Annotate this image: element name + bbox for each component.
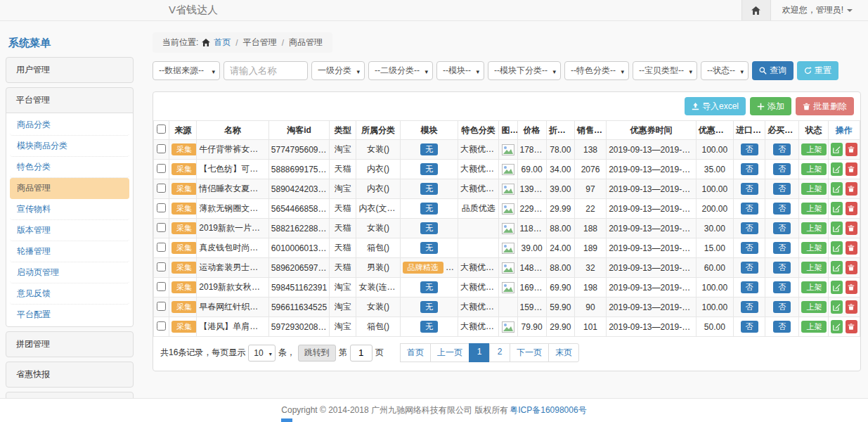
page-button[interactable]: 首页 bbox=[400, 343, 431, 362]
filter-select[interactable]: --模块下分类-- ▾ bbox=[488, 61, 561, 80]
edit-button[interactable] bbox=[831, 241, 843, 255]
row-checkbox[interactable] bbox=[157, 302, 166, 311]
must-buy-badge[interactable]: 否 bbox=[773, 143, 791, 155]
delete-button[interactable] bbox=[846, 162, 857, 176]
sidebar-item[interactable]: 省惠快报 bbox=[6, 362, 134, 388]
submenu-item[interactable]: 模块商品分类 bbox=[10, 136, 129, 157]
import-select-badge[interactable]: 否 bbox=[741, 163, 758, 175]
edit-button[interactable] bbox=[831, 182, 843, 196]
page-button[interactable]: 末页 bbox=[548, 343, 579, 362]
row-checkbox[interactable] bbox=[157, 184, 166, 193]
row-checkbox[interactable] bbox=[157, 321, 166, 331]
submenu-item[interactable]: 宣传物料 bbox=[10, 199, 129, 220]
sidebar-item-platform-management[interactable]: 平台管理 bbox=[6, 88, 133, 113]
filter-select[interactable]: --二级分类-- ▾ bbox=[368, 61, 433, 80]
import-select-badge[interactable]: 否 bbox=[741, 183, 758, 195]
status-badge[interactable]: 上架 bbox=[801, 321, 827, 333]
jump-page-input[interactable] bbox=[350, 345, 373, 362]
import-excel-button[interactable]: 导入excel bbox=[685, 97, 746, 115]
page-button[interactable]: 2 bbox=[489, 343, 510, 362]
status-badge[interactable]: 上架 bbox=[801, 301, 827, 313]
must-buy-badge[interactable]: 否 bbox=[773, 183, 791, 195]
filter-select[interactable]: --宝贝类型-- ▾ bbox=[633, 61, 697, 80]
home-button[interactable] bbox=[741, 0, 771, 20]
select-all-checkbox[interactable] bbox=[157, 124, 166, 134]
sidebar-item-user-management[interactable]: 用户管理 bbox=[6, 57, 134, 83]
delete-button[interactable] bbox=[846, 222, 857, 235]
delete-button[interactable] bbox=[846, 202, 857, 215]
delete-button[interactable] bbox=[846, 300, 857, 314]
jump-button[interactable]: 跳转到 bbox=[298, 345, 336, 362]
edit-button[interactable] bbox=[831, 300, 843, 314]
must-buy-badge[interactable]: 否 bbox=[773, 242, 791, 254]
status-badge[interactable]: 上架 bbox=[801, 203, 827, 215]
search-button[interactable]: 查询 bbox=[752, 61, 793, 80]
batch-delete-button[interactable]: 批量删除 bbox=[796, 97, 854, 115]
row-checkbox[interactable] bbox=[157, 144, 166, 153]
add-button[interactable]: 添加 bbox=[750, 97, 791, 115]
submenu-item[interactable]: 平台配置 bbox=[10, 305, 129, 325]
edit-button[interactable] bbox=[831, 143, 843, 156]
filter-select[interactable]: --特色分类-- ▾ bbox=[564, 61, 629, 80]
must-buy-badge[interactable]: 否 bbox=[773, 163, 791, 175]
user-menu[interactable]: 欢迎您，管理员! bbox=[771, 0, 868, 20]
must-buy-badge[interactable]: 否 bbox=[773, 222, 791, 234]
delete-button[interactable] bbox=[846, 261, 857, 274]
import-select-badge[interactable]: 否 bbox=[741, 321, 758, 333]
edit-button[interactable] bbox=[831, 261, 843, 274]
row-checkbox[interactable] bbox=[157, 262, 166, 271]
page-button[interactable]: 下一页 bbox=[510, 343, 549, 362]
status-badge[interactable]: 上架 bbox=[801, 281, 827, 293]
delete-button[interactable] bbox=[846, 182, 857, 196]
must-buy-badge[interactable]: 否 bbox=[773, 301, 791, 313]
import-select-badge[interactable]: 否 bbox=[741, 242, 758, 254]
row-checkbox[interactable] bbox=[157, 203, 166, 212]
status-badge[interactable]: 上架 bbox=[801, 163, 827, 175]
row-checkbox[interactable] bbox=[157, 164, 166, 173]
import-select-badge[interactable]: 否 bbox=[741, 203, 758, 215]
filter-select[interactable]: --状态-- ▾ bbox=[701, 61, 749, 80]
import-select-badge[interactable]: 否 bbox=[741, 301, 758, 313]
per-page-select[interactable]: 10 ▾ bbox=[248, 345, 275, 362]
sidebar-item[interactable]: 拼团管理 bbox=[6, 331, 134, 357]
must-buy-badge[interactable]: 否 bbox=[773, 281, 791, 293]
must-buy-badge[interactable]: 否 bbox=[773, 321, 791, 333]
row-checkbox[interactable] bbox=[157, 243, 166, 252]
edit-button[interactable] bbox=[831, 281, 843, 294]
import-select-badge[interactable]: 否 bbox=[741, 262, 758, 274]
footer-icp-link[interactable]: 粤ICP备16098006号 bbox=[510, 404, 586, 416]
filter-select[interactable]: --模块-- ▾ bbox=[436, 61, 484, 80]
status-badge[interactable]: 上架 bbox=[801, 262, 827, 274]
import-select-badge[interactable]: 否 bbox=[741, 281, 758, 293]
row-checkbox[interactable] bbox=[157, 223, 166, 232]
filter-data-source-select[interactable]: --数据来源-- ▾ bbox=[153, 61, 220, 80]
delete-button[interactable] bbox=[846, 320, 857, 333]
status-badge[interactable]: 上架 bbox=[801, 242, 827, 254]
import-select-badge[interactable]: 否 bbox=[741, 143, 758, 155]
scrollbar-thumb[interactable] bbox=[281, 418, 292, 422]
delete-button[interactable] bbox=[846, 281, 857, 294]
submenu-item[interactable]: 商品分类 bbox=[10, 115, 129, 136]
breadcrumb-home-link[interactable]: 首页 bbox=[214, 37, 231, 49]
submenu-item[interactable]: 特色分类 bbox=[10, 157, 129, 178]
page-button[interactable]: 上一页 bbox=[430, 343, 469, 362]
submenu-item[interactable]: 启动页管理 bbox=[10, 262, 129, 283]
import-select-badge[interactable]: 否 bbox=[741, 222, 758, 234]
status-badge[interactable]: 上架 bbox=[801, 222, 827, 234]
submenu-item[interactable]: 商品管理 bbox=[10, 178, 129, 199]
reset-button[interactable]: 重置 bbox=[797, 61, 838, 80]
must-buy-badge[interactable]: 否 bbox=[773, 262, 791, 274]
delete-button[interactable] bbox=[846, 241, 857, 255]
page-button[interactable]: 1 bbox=[469, 343, 490, 362]
submenu-item[interactable]: 版本管理 bbox=[10, 220, 129, 241]
edit-button[interactable] bbox=[831, 202, 843, 215]
filter-name-input[interactable] bbox=[224, 61, 308, 80]
edit-button[interactable] bbox=[831, 222, 843, 235]
delete-button[interactable] bbox=[846, 143, 857, 156]
submenu-item[interactable]: 轮播管理 bbox=[10, 241, 129, 262]
submenu-item[interactable]: 意见反馈 bbox=[10, 283, 129, 305]
must-buy-badge[interactable]: 否 bbox=[773, 203, 791, 215]
status-badge[interactable]: 上架 bbox=[801, 143, 827, 155]
row-checkbox[interactable] bbox=[157, 282, 166, 291]
edit-button[interactable] bbox=[831, 162, 843, 176]
